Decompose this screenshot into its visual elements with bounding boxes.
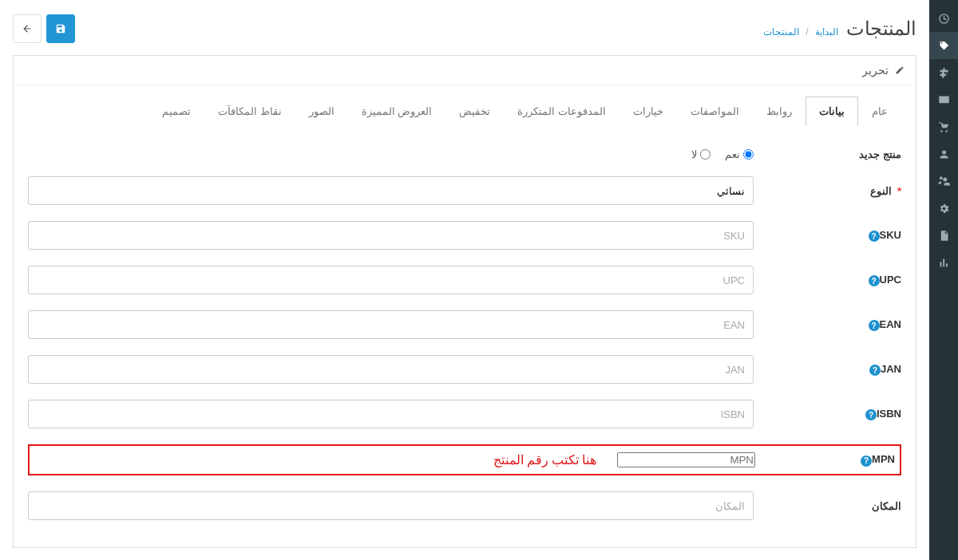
input-location[interactable] <box>28 491 754 520</box>
sidebar-customers[interactable] <box>929 140 958 168</box>
breadcrumb-home[interactable]: البداية <box>815 26 838 37</box>
sidebar-catalog[interactable] <box>929 32 958 59</box>
tab-discount[interactable]: تخفيض <box>445 97 504 126</box>
save-button[interactable] <box>46 14 75 43</box>
input-upc[interactable] <box>28 266 754 294</box>
label-upc: UPC? <box>754 274 901 287</box>
row-new-product: منتج جديد نعم لا <box>28 148 901 160</box>
input-mpn[interactable] <box>617 452 755 467</box>
tab-special[interactable]: العروض المميزة <box>348 97 446 126</box>
radio-no-label[interactable]: لا <box>691 148 711 160</box>
tab-attribute[interactable]: المواصفات <box>677 97 753 126</box>
row-isbn: ISBN? <box>28 400 901 428</box>
radio-yes[interactable] <box>743 149 754 160</box>
panel-title: تحرير <box>862 64 889 77</box>
breadcrumb: البداية / المنتجات <box>763 26 838 37</box>
sidebar <box>929 0 958 560</box>
help-icon[interactable]: ? <box>865 409 877 420</box>
sidebar-marketing[interactable] <box>929 168 958 195</box>
pencil-icon <box>895 65 905 75</box>
input-ean[interactable] <box>28 310 754 339</box>
page-header: المنتجات البداية / المنتجات <box>13 0 916 55</box>
sidebar-sales[interactable] <box>929 113 958 140</box>
tab-data[interactable]: بيانات <box>806 97 858 126</box>
help-icon[interactable]: ? <box>869 365 881 376</box>
label-location: المكان <box>754 500 901 512</box>
label-mpn: MPN? <box>755 453 895 467</box>
breadcrumb-current[interactable]: المنتجات <box>763 26 799 37</box>
tabs: عام بيانات روابط المواصفات خيارات المدفو… <box>28 97 901 126</box>
radio-no[interactable] <box>700 149 711 160</box>
annotation-text: هنا تكتب رقم المنتج <box>493 452 596 467</box>
back-button[interactable] <box>13 14 42 43</box>
label-ean: EAN? <box>754 318 901 332</box>
tab-design[interactable]: تصميم <box>148 97 204 126</box>
label-type: * النوع <box>754 185 901 197</box>
label-isbn: ISBN? <box>754 408 901 421</box>
input-sku[interactable] <box>28 221 754 250</box>
sidebar-extensions[interactable] <box>929 59 958 86</box>
row-type: * النوع <box>28 176 901 205</box>
row-ean: EAN? <box>28 310 901 339</box>
row-upc: UPC? <box>28 266 901 294</box>
sidebar-system[interactable] <box>929 195 958 222</box>
label-new-product: منتج جديد <box>754 148 901 160</box>
help-icon[interactable]: ? <box>869 275 880 286</box>
sidebar-stats[interactable] <box>929 249 958 276</box>
help-icon[interactable]: ? <box>861 455 872 467</box>
sidebar-dashboard[interactable] <box>929 5 958 32</box>
tab-recurring[interactable]: المدفوعات المتكررة <box>504 97 620 126</box>
input-isbn[interactable] <box>28 400 754 428</box>
page-title: المنتجات <box>846 18 916 40</box>
radio-yes-label[interactable]: نعم <box>725 148 754 160</box>
help-icon[interactable]: ? <box>869 320 880 331</box>
tab-general[interactable]: عام <box>858 97 901 126</box>
tab-image[interactable]: الصور <box>295 97 348 126</box>
input-jan[interactable] <box>28 355 754 384</box>
label-sku: SKU? <box>754 229 901 243</box>
input-type[interactable] <box>28 176 754 205</box>
breadcrumb-sep: / <box>806 26 808 37</box>
sidebar-design[interactable] <box>929 86 958 113</box>
sidebar-reports[interactable] <box>929 222 958 249</box>
row-sku: SKU? <box>28 221 901 250</box>
edit-panel: تحرير عام بيانات روابط المواصفات خيارات … <box>13 55 916 548</box>
row-mpn-highlighted: MPN? هنا تكتب رقم المنتج <box>28 444 901 475</box>
label-jan: JAN? <box>754 363 901 377</box>
tab-links[interactable]: روابط <box>753 97 806 126</box>
panel-head: تحرير <box>14 56 916 85</box>
row-location: المكان <box>28 491 901 520</box>
save-icon <box>55 23 66 34</box>
row-jan: JAN? <box>28 355 901 384</box>
back-icon <box>22 23 33 34</box>
help-icon[interactable]: ? <box>869 231 880 242</box>
tab-option[interactable]: خيارات <box>620 97 677 126</box>
tab-reward[interactable]: نقاط المكافآت <box>204 97 295 126</box>
